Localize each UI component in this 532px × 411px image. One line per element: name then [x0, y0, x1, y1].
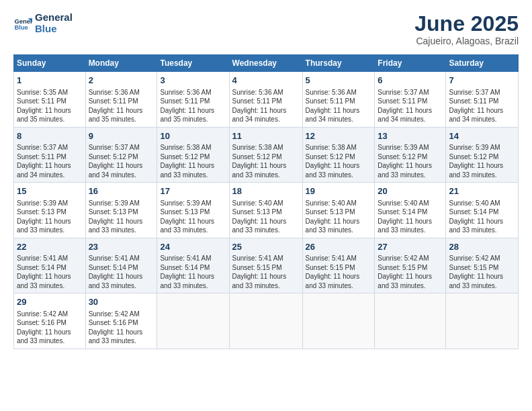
- day-info-line: Daylight: 11 hours: [89, 161, 154, 171]
- calendar-cell: 6Sunrise: 5:37 AMSunset: 5:11 PMDaylight…: [375, 72, 446, 128]
- day-info-line: Sunset: 5:11 PM: [17, 97, 83, 106]
- calendar-cell: 10Sunrise: 5:38 AMSunset: 5:12 PMDayligh…: [157, 127, 229, 183]
- day-info-line: Sunset: 5:11 PM: [89, 97, 154, 106]
- day-info-line: and 33 minutes.: [160, 226, 226, 235]
- day-info-line: Sunrise: 5:40 AM: [378, 199, 443, 208]
- day-info-line: and 34 minutes.: [89, 171, 154, 180]
- day-number: 3: [160, 75, 226, 87]
- day-number: 2: [89, 75, 154, 87]
- calendar-cell: 26Sunrise: 5:41 AMSunset: 5:15 PMDayligh…: [302, 238, 375, 293]
- calendar-cell: 17Sunrise: 5:39 AMSunset: 5:13 PMDayligh…: [157, 183, 229, 238]
- day-number: 8: [17, 130, 83, 142]
- day-info-line: and 33 minutes.: [378, 281, 443, 291]
- calendar-cell: 28Sunrise: 5:42 AMSunset: 5:15 PMDayligh…: [446, 238, 519, 293]
- logo-blue: Blue: [35, 24, 57, 35]
- day-info-line: Sunset: 5:11 PM: [378, 97, 443, 106]
- day-info-line: Daylight: 11 hours: [17, 217, 83, 226]
- day-info-line: Daylight: 11 hours: [378, 106, 443, 116]
- day-info-line: and 33 minutes.: [449, 171, 515, 180]
- day-info-line: Sunset: 5:12 PM: [160, 152, 226, 162]
- day-info-line: and 33 minutes.: [306, 226, 372, 235]
- day-info-line: Sunset: 5:14 PM: [89, 263, 154, 273]
- header-day-wednesday: Wednesday: [229, 55, 302, 72]
- calendar-cell: 14Sunrise: 5:39 AMSunset: 5:12 PMDayligh…: [446, 127, 519, 183]
- day-info-line: Daylight: 11 hours: [160, 161, 226, 171]
- day-info-line: Sunrise: 5:38 AM: [232, 143, 300, 152]
- day-number: 6: [378, 75, 443, 87]
- day-info-line: Daylight: 11 hours: [306, 161, 372, 171]
- day-info-line: and 33 minutes.: [378, 226, 443, 235]
- calendar-cell: 3Sunrise: 5:36 AMSunset: 5:11 PMDaylight…: [157, 72, 229, 128]
- day-info-line: Sunset: 5:12 PM: [89, 152, 154, 162]
- calendar-cell: 15Sunrise: 5:39 AMSunset: 5:13 PMDayligh…: [14, 183, 86, 238]
- day-info-line: and 34 minutes.: [449, 115, 515, 124]
- calendar-cell: 12Sunrise: 5:38 AMSunset: 5:12 PMDayligh…: [302, 127, 375, 183]
- day-info-line: and 33 minutes.: [306, 281, 372, 291]
- day-number: 25: [232, 241, 300, 253]
- day-info-line: Sunrise: 5:39 AM: [89, 199, 154, 208]
- day-number: 11: [232, 130, 300, 142]
- day-number: 19: [306, 185, 372, 197]
- day-info-line: Sunset: 5:11 PM: [449, 97, 515, 106]
- day-info-line: and 33 minutes.: [160, 281, 226, 291]
- day-number: 24: [160, 241, 226, 253]
- calendar-cell: 9Sunrise: 5:37 AMSunset: 5:12 PMDaylight…: [85, 127, 157, 183]
- day-info-line: Sunrise: 5:42 AM: [378, 254, 443, 263]
- day-info-line: Sunrise: 5:41 AM: [89, 254, 154, 263]
- day-info-line: and 34 minutes.: [306, 115, 372, 124]
- calendar-header: SundayMondayTuesdayWednesdayThursdayFrid…: [14, 55, 519, 72]
- calendar-cell: 24Sunrise: 5:41 AMSunset: 5:14 PMDayligh…: [157, 238, 229, 293]
- calendar-cell: [446, 293, 519, 349]
- day-info-line: Sunset: 5:13 PM: [306, 208, 372, 217]
- day-number: 28: [449, 241, 515, 253]
- day-info-line: Sunrise: 5:40 AM: [306, 199, 372, 208]
- calendar-cell: [302, 293, 375, 349]
- day-info-line: Sunrise: 5:42 AM: [89, 310, 154, 319]
- day-info-line: and 33 minutes.: [89, 336, 154, 346]
- day-info-line: Daylight: 11 hours: [449, 106, 515, 116]
- day-info-line: Sunset: 5:13 PM: [17, 208, 83, 217]
- logo-general: General: [35, 12, 73, 24]
- day-info-line: and 35 minutes.: [17, 115, 83, 124]
- day-number: 10: [160, 130, 226, 142]
- day-number: 30: [89, 296, 154, 308]
- day-number: 4: [232, 75, 300, 87]
- day-info-line: Daylight: 11 hours: [17, 161, 83, 171]
- calendar-week-2: 8Sunrise: 5:37 AMSunset: 5:11 PMDaylight…: [14, 127, 519, 183]
- day-info-line: Sunrise: 5:37 AM: [89, 143, 154, 152]
- location: Cajueiro, Alagoas, Brazil: [414, 36, 519, 46]
- day-info-line: and 33 minutes.: [89, 281, 154, 291]
- calendar-cell: 18Sunrise: 5:40 AMSunset: 5:13 PMDayligh…: [229, 183, 302, 238]
- day-info-line: Daylight: 11 hours: [306, 217, 372, 226]
- day-info-line: Sunrise: 5:40 AM: [449, 199, 515, 208]
- day-info-line: and 35 minutes.: [160, 115, 226, 124]
- calendar-cell: 7Sunrise: 5:37 AMSunset: 5:11 PMDaylight…: [446, 72, 519, 128]
- day-info-line: Sunset: 5:12 PM: [449, 152, 515, 162]
- calendar-cell: 29Sunrise: 5:42 AMSunset: 5:16 PMDayligh…: [14, 293, 86, 349]
- calendar-week-1: 1Sunrise: 5:35 AMSunset: 5:11 PMDaylight…: [14, 72, 519, 128]
- calendar-week-3: 15Sunrise: 5:39 AMSunset: 5:13 PMDayligh…: [14, 183, 519, 238]
- day-number: 20: [378, 185, 443, 197]
- calendar-cell: [157, 293, 229, 349]
- day-info-line: Daylight: 11 hours: [378, 217, 443, 226]
- day-info-line: Sunrise: 5:38 AM: [160, 143, 226, 152]
- calendar-table: SundayMondayTuesdayWednesdayThursdayFrid…: [13, 54, 519, 349]
- day-info-line: Sunset: 5:14 PM: [160, 263, 226, 273]
- day-info-line: Sunset: 5:12 PM: [232, 152, 300, 162]
- header-day-tuesday: Tuesday: [157, 55, 229, 72]
- day-number: 18: [232, 185, 300, 197]
- header-day-saturday: Saturday: [446, 55, 519, 72]
- day-number: 16: [89, 185, 154, 197]
- day-info-line: Sunrise: 5:41 AM: [160, 254, 226, 263]
- day-info-line: and 33 minutes.: [306, 171, 372, 180]
- day-info-line: Daylight: 11 hours: [306, 106, 372, 116]
- day-info-line: Sunset: 5:11 PM: [17, 152, 83, 162]
- day-info-line: Sunrise: 5:36 AM: [89, 88, 154, 97]
- page-container: General Blue General Blue June 2025 Caju…: [0, 0, 532, 356]
- calendar-week-5: 29Sunrise: 5:42 AMSunset: 5:16 PMDayligh…: [14, 293, 519, 349]
- calendar-cell: 23Sunrise: 5:41 AMSunset: 5:14 PMDayligh…: [85, 238, 157, 293]
- day-info-line: Sunset: 5:14 PM: [449, 208, 515, 217]
- day-info-line: and 33 minutes.: [232, 226, 300, 235]
- day-info-line: Sunrise: 5:36 AM: [232, 88, 300, 97]
- day-info-line: Sunset: 5:13 PM: [89, 208, 154, 217]
